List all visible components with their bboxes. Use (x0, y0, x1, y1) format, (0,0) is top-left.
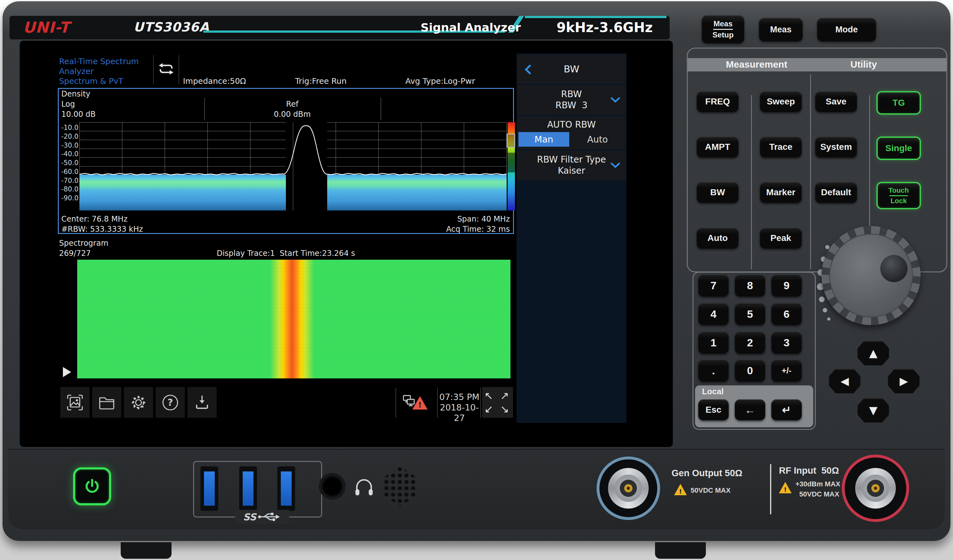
single-button[interactable]: Single (877, 136, 921, 160)
key-1[interactable]: 1 (698, 331, 729, 354)
marker-button[interactable]: Marker (760, 182, 802, 203)
app-mode-label[interactable]: Real-Time Spectrum Analyzer Spectrum & P… (59, 57, 152, 86)
network-error-icon[interactable]: ! (403, 394, 423, 413)
ytick--30: -30.0 (61, 142, 78, 149)
density-panel[interactable]: Density Log 10.00 dB Ref 0.00 dBm -10.0 … (58, 88, 514, 234)
ref-level-value: 0.00 dBm (237, 110, 348, 119)
mode-button[interactable]: Mode (817, 18, 876, 41)
screenshot-button[interactable] (61, 387, 90, 418)
key-plus-minus[interactable]: +/- (771, 359, 802, 382)
menu-item-rbw-filter[interactable]: RBW Filter Type Kaiser (517, 150, 626, 180)
knob-face[interactable] (829, 234, 913, 317)
auto-rbw-label: AUTO RBW (517, 119, 626, 130)
spectrogram-play-icon[interactable] (63, 367, 71, 377)
settings-button[interactable] (124, 387, 153, 418)
center-freq-readout[interactable]: Center: 76.8 MHz (61, 215, 128, 223)
rotary-knob[interactable] (821, 226, 920, 325)
key-4-label: 4 (711, 308, 717, 320)
usb-port-2[interactable] (239, 466, 257, 511)
headphone-jack[interactable] (319, 473, 346, 500)
sweep-button[interactable]: Sweep (760, 91, 802, 112)
auto-button[interactable]: Auto (697, 227, 739, 249)
meas-label: Meas (770, 25, 792, 35)
connector-pin-hole (874, 487, 877, 490)
continuous-sweep-icon[interactable] (157, 61, 175, 78)
help-button[interactable]: ? (156, 387, 185, 418)
power-button[interactable] (73, 467, 111, 505)
brand-logo: UNI-T (23, 19, 70, 36)
key-4[interactable]: 4 (698, 303, 729, 325)
menu-header-bw[interactable]: BW (517, 55, 626, 84)
key-2[interactable]: 2 (735, 331, 765, 354)
key-6[interactable]: 6 (771, 303, 802, 325)
density-header-divider-2 (380, 98, 381, 120)
trace-button[interactable]: Trace (760, 136, 802, 158)
usb-port-1[interactable] (200, 466, 218, 511)
clock[interactable]: 07:35 PM 2018-10-27 (439, 392, 480, 423)
system-button[interactable]: System (815, 136, 857, 158)
auto-btn-label: Auto (708, 233, 728, 243)
rf-input-label: RF Input 50Ω (779, 466, 839, 476)
meas-button[interactable]: Meas (759, 18, 803, 41)
save-button[interactable] (188, 387, 217, 418)
arrow-left-key[interactable]: ◀ (829, 368, 861, 393)
ampt-button[interactable]: AMPT (697, 136, 739, 158)
menu-item-rbw[interactable]: RBW RBW 3 (517, 85, 626, 115)
key-7[interactable]: 7 (698, 274, 729, 297)
touch-label: Touch (888, 187, 909, 194)
save-hw-button[interactable]: Save (815, 91, 857, 112)
ref-level-label[interactable]: Ref (237, 100, 348, 108)
colorbar-handle-upper[interactable] (507, 134, 515, 148)
key-decimal[interactable]: . (698, 359, 729, 382)
frequency-range: 9kHz-3.6GHz (557, 20, 653, 35)
colorbar-handle-lower[interactable] (508, 153, 515, 172)
key-8[interactable]: 8 (735, 274, 765, 297)
expand-arrows-bottom: ↙ ↘ (482, 402, 513, 416)
bw-button[interactable]: BW (697, 182, 739, 203)
acq-time-readout[interactable]: Acq Time: 32 ms (446, 225, 510, 234)
fullscreen-expand-button[interactable]: ↖ ↗ ↙ ↘ (482, 387, 513, 418)
key-5[interactable]: 5 (735, 303, 765, 325)
usb-port-3[interactable] (277, 466, 295, 511)
arrow-up-key[interactable]: ▲ (857, 340, 889, 365)
usb-port-group (193, 461, 322, 517)
chevron-down-icon (610, 162, 620, 168)
key-3[interactable]: 3 (771, 331, 802, 354)
enter-key[interactable]: ↵ (771, 399, 802, 420)
density-colorbar[interactable] (508, 122, 515, 210)
knob-dot-5 (819, 297, 825, 302)
span-readout[interactable]: Span: 40 MHz (457, 215, 510, 223)
sweep-label: Sweep (767, 96, 795, 107)
rf-warning-text-1: +30dBm MAX (795, 480, 840, 488)
rbw-readout[interactable]: #RBW: 533.3333 kHz (61, 225, 143, 234)
key-9[interactable]: 9 (771, 274, 802, 297)
freq-button[interactable]: FREQ (697, 91, 739, 112)
rf-input-connector[interactable] (842, 455, 909, 522)
knob-dot-1 (825, 245, 829, 249)
gen-output-label: Gen Output 50Ω (672, 468, 742, 478)
spectrum-plot[interactable] (79, 122, 507, 210)
rbw-auto-toggle[interactable]: Auto (571, 132, 624, 147)
section-band: Measurement Utility (688, 58, 946, 71)
back-chevron-icon[interactable] (525, 65, 531, 74)
rbw-man-toggle[interactable]: Man (518, 132, 569, 147)
knob-dot-7 (827, 317, 830, 321)
meas-setup-button[interactable]: Meas Setup (702, 15, 744, 43)
backspace-key[interactable]: ← (735, 399, 765, 420)
esc-key[interactable]: Esc (698, 399, 729, 420)
touch-lock-button[interactable]: Touch Lock (877, 182, 921, 209)
local-label: Local (702, 387, 724, 396)
spectrogram-heatmap[interactable] (77, 260, 511, 378)
default-button[interactable]: Default (815, 182, 857, 203)
knob-finger-dimple[interactable] (880, 255, 908, 282)
key-0[interactable]: 0 (735, 359, 765, 382)
peak-button[interactable]: Peak (760, 227, 802, 249)
tg-button[interactable]: TG (877, 91, 921, 114)
arrow-down-key[interactable]: ▼ (857, 398, 889, 422)
key-9-label: 9 (784, 279, 790, 292)
file-browser-button[interactable] (92, 387, 121, 418)
key-5-label: 5 (747, 308, 753, 320)
arrow-right-key[interactable]: ▶ (888, 368, 920, 393)
save-hw-label: Save (826, 96, 846, 107)
gen-output-connector[interactable] (597, 456, 660, 520)
